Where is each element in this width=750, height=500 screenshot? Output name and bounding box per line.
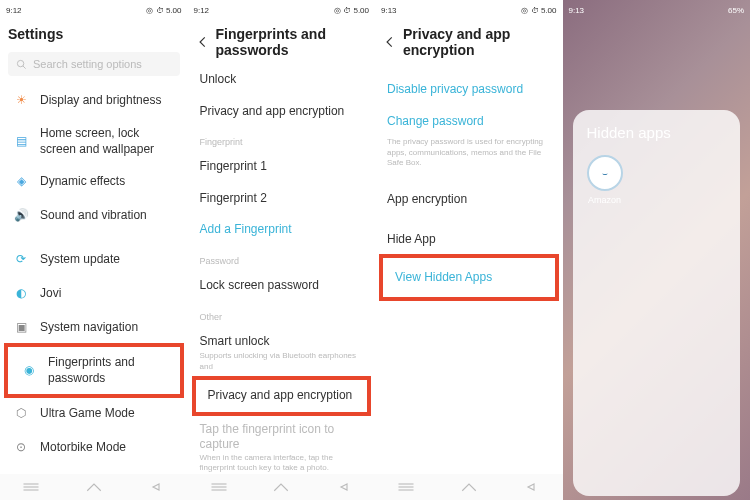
item-icon: ◈ [12,173,30,191]
item-label: Motorbike Mode [40,440,176,456]
search-icon [16,59,27,70]
status-time: 9:12 [194,6,210,15]
highlight-fingerprints: ◉Fingerprints and passwords [4,343,184,398]
status-right: ◎ ⏱ 5.00 [146,6,181,15]
privacy-and-app-encryption-item[interactable]: Privacy and app encryption [196,380,368,412]
change-password-item[interactable]: Change password [375,106,563,138]
hidden-app[interactable]: ⌣ Amazon [587,155,623,205]
page-title: Fingerprints and passwords [216,26,368,58]
settings-item-system-update[interactable]: ⟳System update [0,243,188,277]
fingerprint-2-item[interactable]: Fingerprint 2 [188,183,376,215]
recent-icon[interactable] [22,480,40,494]
item-icon: ⊙ [12,438,30,456]
unlock-item[interactable]: Unlock [188,64,376,96]
item-label: Jovi [40,286,176,302]
settings-pane: 9:12 ◎ ⏱ 5.00 Settings Search setting op… [0,0,188,500]
app-encryption-item[interactable]: App encryption [375,184,563,216]
item-label: Fingerprints and passwords [48,355,168,386]
privacy-encryption-item[interactable]: Privacy and app encryption [188,96,376,128]
settings-item-display-and-brightness[interactable]: ☀Display and brightness [0,84,188,118]
status-bar: 9:12 ◎ ⏱ 5.00 [188,0,376,20]
item-label: Ultra Game Mode [40,406,176,422]
hidden-apps-sheet: Hidden apps ⌣ Amazon [573,110,741,496]
recent-icon[interactable] [397,480,415,494]
page-title: Privacy and app encryption [403,26,555,58]
item-icon: 🔊 [12,207,30,225]
recent-icon[interactable] [210,480,228,494]
search-input[interactable]: Search setting options [8,52,180,76]
group-other: Other [188,302,376,326]
nav-bar [188,474,376,500]
header: Fingerprints and passwords [188,20,376,64]
status-right: ◎ ⏱ 5.00 [521,6,556,15]
group-fingerprint: Fingerprint [188,127,376,151]
item-label: System navigation [40,320,176,336]
status-bar: 9:13 ◎ ⏱ 5.00 [375,0,563,20]
back-button[interactable] [196,34,210,50]
fingerprints-pane: 9:12 ◎ ⏱ 5.00 Fingerprints and passwords… [188,0,376,500]
status-bar: 9:12 ◎ ⏱ 5.00 [0,0,188,20]
item-label: Home screen, lock screen and wallpaper [40,126,176,157]
group-password: Password [188,246,376,270]
chevron-left-icon [196,35,210,49]
amazon-icon: ⌣ [587,155,623,191]
back-soft-icon[interactable] [335,480,353,494]
page-title: Settings [0,20,188,48]
item-label: Dynamic effects [40,174,176,190]
smart-unlock-item[interactable]: Smart unlock [188,326,376,352]
item-label: Sound and vibration [40,208,176,224]
status-time: 9:13 [569,6,585,15]
settings-item-ultra-game-mode[interactable]: ⬡Ultra Game Mode [0,396,188,430]
privacy-note: The privacy password is used for encrypt… [375,137,563,174]
chevron-left-icon [383,35,397,49]
lock-screen-password-item[interactable]: Lock screen password [188,270,376,302]
hide-app-item[interactable]: Hide App [375,224,563,256]
status-bar: 9:13 65% [563,0,751,20]
tap-fingerprint-item: Tap the fingerprint icon to capture [188,414,376,453]
home-icon[interactable] [85,480,103,494]
item-icon: ⬡ [12,404,30,422]
disable-privacy-item[interactable]: Disable privacy password [375,74,563,106]
status-time: 9:13 [381,6,397,15]
settings-item-fingerprints-and-passwords[interactable]: ◉Fingerprints and passwords [8,347,180,394]
smart-unlock-sub: Supports unlocking via Bluetooth earphon… [188,351,376,378]
nav-bar [0,474,188,500]
settings-item-dynamic-effects[interactable]: ◈Dynamic effects [0,165,188,199]
back-button[interactable] [383,34,397,50]
privacy-pane: 9:13 ◎ ⏱ 5.00 Privacy and app encryption… [375,0,563,500]
add-fingerprint-item[interactable]: Add a Fingerprint [188,214,376,246]
item-icon: ▣ [12,319,30,337]
settings-list: ☀Display and brightness▤Home screen, loc… [0,84,188,500]
status-time: 9:12 [6,6,22,15]
item-label: Display and brightness [40,93,176,109]
settings-item-sound-and-vibration[interactable]: 🔊Sound and vibration [0,199,188,233]
app-label: Amazon [588,195,621,205]
hidden-apps-pane: 9:13 65% Hidden apps ⌣ Amazon [563,0,751,500]
view-hidden-apps-item[interactable]: View Hidden Apps [383,258,555,298]
back-soft-icon[interactable] [522,480,540,494]
item-icon: ◉ [20,362,38,380]
item-icon: ◐ [12,285,30,303]
fingerprint-1-item[interactable]: Fingerprint 1 [188,151,376,183]
item-icon: ▤ [12,133,30,151]
status-right: 65% [728,6,744,15]
settings-item-home-screen-lock-screen-and-wallpaper[interactable]: ▤Home screen, lock screen and wallpaper [0,118,188,165]
sheet-title: Hidden apps [587,124,727,141]
search-placeholder: Search setting options [33,58,142,70]
item-label: System update [40,252,176,268]
home-icon[interactable] [272,480,290,494]
settings-item-jovi[interactable]: ◐Jovi [0,277,188,311]
settings-item-system-navigation[interactable]: ▣System navigation [0,311,188,345]
header: Privacy and app encryption [375,20,563,64]
settings-item-motorbike-mode[interactable]: ⊙Motorbike Mode [0,430,188,464]
highlight-view-hidden: View Hidden Apps [379,254,559,302]
home-icon[interactable] [460,480,478,494]
highlight-privacy: Privacy and app encryption [192,376,372,416]
svg-point-0 [17,60,23,66]
nav-bar [375,474,563,500]
item-icon: ☀ [12,92,30,110]
svg-line-1 [23,65,26,68]
status-right: ◎ ⏱ 5.00 [334,6,369,15]
item-icon: ⟳ [12,251,30,269]
back-soft-icon[interactable] [147,480,165,494]
